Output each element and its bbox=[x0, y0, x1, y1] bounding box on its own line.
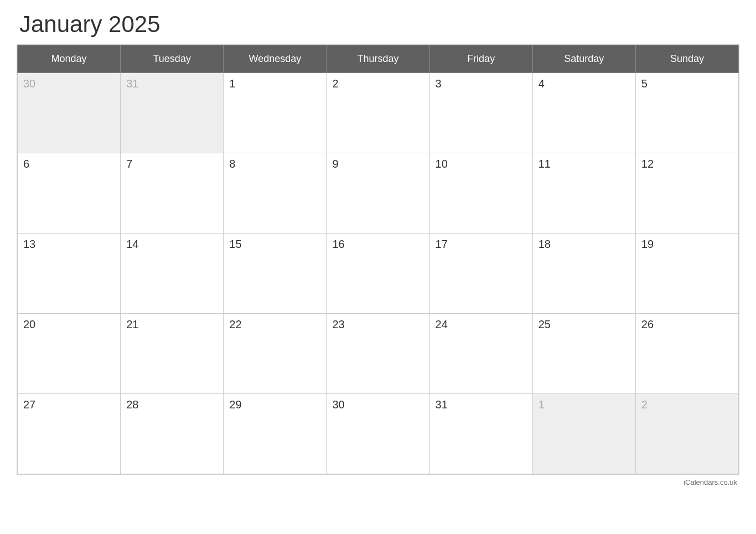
calendar-day-cell: 22 bbox=[224, 314, 327, 394]
calendar-day-cell: 30 bbox=[18, 73, 121, 153]
weekday-header-cell: Tuesday bbox=[121, 45, 224, 73]
calendar-day-cell: 1 bbox=[532, 394, 635, 474]
weekday-header-cell: Wednesday bbox=[224, 45, 327, 73]
calendar-day-cell: 1 bbox=[224, 73, 327, 153]
calendar-day-cell: 18 bbox=[532, 234, 635, 314]
calendar-day-cell: 25 bbox=[532, 314, 635, 394]
calendar-day-cell: 6 bbox=[18, 153, 121, 234]
calendar-week-row: 272829303112 bbox=[18, 394, 739, 474]
weekday-header-cell: Saturday bbox=[532, 45, 635, 73]
calendar-week-row: 20212223242526 bbox=[18, 314, 739, 394]
calendar-week-row: 13141516171819 bbox=[18, 234, 739, 314]
calendar-day-cell: 11 bbox=[532, 153, 635, 234]
calendar-day-cell: 14 bbox=[121, 234, 224, 314]
calendar-day-cell: 31 bbox=[121, 73, 224, 153]
calendar-day-cell: 24 bbox=[429, 314, 532, 394]
calendar-day-cell: 31 bbox=[429, 394, 532, 474]
calendar-day-cell: 19 bbox=[635, 234, 738, 314]
calendar-body: 3031123456789101112131415161718192021222… bbox=[18, 73, 739, 474]
calendar-day-cell: 2 bbox=[635, 394, 738, 474]
page-title: January 2025 bbox=[17, 11, 739, 38]
calendar-day-cell: 23 bbox=[327, 314, 429, 394]
calendar-day-cell: 27 bbox=[18, 394, 121, 474]
calendar-day-cell: 21 bbox=[121, 314, 224, 394]
calendar-day-cell: 13 bbox=[18, 234, 121, 314]
weekday-header-row: MondayTuesdayWednesdayThursdayFridaySatu… bbox=[18, 45, 739, 73]
calendar-day-cell: 3 bbox=[429, 73, 532, 153]
calendar-week-row: 6789101112 bbox=[18, 153, 739, 234]
calendar: MondayTuesdayWednesdayThursdayFridaySatu… bbox=[17, 44, 739, 475]
weekday-header-cell: Monday bbox=[18, 45, 121, 73]
calendar-day-cell: 17 bbox=[429, 234, 532, 314]
calendar-day-cell: 7 bbox=[121, 153, 224, 234]
calendar-day-cell: 9 bbox=[327, 153, 429, 234]
calendar-day-cell: 16 bbox=[327, 234, 429, 314]
calendar-day-cell: 20 bbox=[18, 314, 121, 394]
weekday-header-cell: Friday bbox=[429, 45, 532, 73]
calendar-day-cell: 30 bbox=[327, 394, 429, 474]
calendar-day-cell: 15 bbox=[224, 234, 327, 314]
footer-credit: iCalendars.co.uk bbox=[17, 478, 739, 486]
calendar-day-cell: 10 bbox=[429, 153, 532, 234]
calendar-day-cell: 28 bbox=[121, 394, 224, 474]
calendar-day-cell: 5 bbox=[635, 73, 738, 153]
weekday-header-cell: Sunday bbox=[635, 45, 738, 73]
calendar-day-cell: 4 bbox=[532, 73, 635, 153]
calendar-day-cell: 29 bbox=[224, 394, 327, 474]
calendar-day-cell: 8 bbox=[224, 153, 327, 234]
calendar-day-cell: 26 bbox=[635, 314, 738, 394]
weekday-header-cell: Thursday bbox=[327, 45, 429, 73]
calendar-week-row: 303112345 bbox=[18, 73, 739, 153]
calendar-day-cell: 2 bbox=[327, 73, 429, 153]
calendar-day-cell: 12 bbox=[635, 153, 738, 234]
